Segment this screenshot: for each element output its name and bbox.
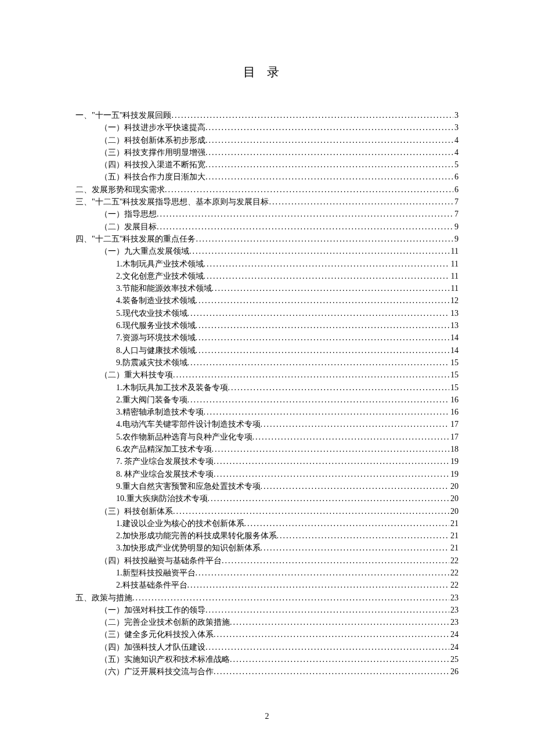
toc-entry-label: 1.新型科技投融资平台 xyxy=(116,567,196,579)
toc-entry-page: 23 xyxy=(449,592,459,604)
toc-entry-page: 3 xyxy=(453,121,459,134)
toc-leader-dots xyxy=(157,221,453,233)
toc-entry: 3.加快形成产业优势明显的知识创新体系21 xyxy=(75,542,459,554)
toc-entry: 2.文化创意产业技术领域11 xyxy=(75,270,459,282)
toc-leader-dots xyxy=(204,406,450,418)
toc-entry-page: 16 xyxy=(449,406,459,418)
toc-entry-page: 14 xyxy=(449,332,459,344)
toc-leader-dots xyxy=(132,592,449,604)
toc-entry-page: 21 xyxy=(449,517,459,530)
toc-leader-dots xyxy=(205,604,449,616)
toc-entry-page: 17 xyxy=(449,431,459,443)
toc-entry-label: 3.精密轴承制造技术专项 xyxy=(116,406,204,418)
toc-entry-label: 二、发展形势和现实需求 xyxy=(75,183,165,196)
toc-entry-label: 三、"十二五"科技发展指导思想、基本原则与发展目标 xyxy=(75,196,269,208)
toc-entry: （五）科技合作力度日渐加大6 xyxy=(75,171,459,183)
toc-leader-dots xyxy=(205,641,449,653)
toc-entry-label: 7.资源与环境技术领域 xyxy=(116,332,196,344)
toc-entry: （四）科技投入渠道不断拓宽5 xyxy=(75,159,459,171)
toc-leader-dots xyxy=(196,332,450,344)
toc-entry-page: 13 xyxy=(449,319,459,332)
toc-entry-page: 15 xyxy=(449,381,459,394)
toc-entry-page: 4 xyxy=(453,134,459,146)
toc-leader-dots xyxy=(189,245,450,257)
toc-entry-page: 24 xyxy=(449,628,459,640)
toc-entry-label: 1.建设以企业为核心的技术创新体系 xyxy=(116,517,244,530)
toc-leader-dots xyxy=(205,146,453,159)
toc-entry: 4.装备制造业技术领域12 xyxy=(75,294,459,307)
toc-entry-label: （四）加强科技人才队伍建设 xyxy=(100,641,205,653)
toc-entry-page: 23 xyxy=(449,616,459,628)
page-title: 目录 xyxy=(75,64,459,80)
toc-entry: 1.建设以企业为核心的技术创新体系21 xyxy=(75,517,459,530)
toc-entry-label: （五）实施知识产权和技术标准战略 xyxy=(100,653,230,665)
toc-entry-page: 20 xyxy=(449,505,459,517)
toc-entry: 10.重大疾病防治技术专项20 xyxy=(75,492,459,505)
toc-entry-label: 6.现代服务业技术领域 xyxy=(116,319,196,332)
toc-entry-page: 12 xyxy=(449,294,459,307)
toc-entry-page: 15 xyxy=(449,369,459,381)
toc-entry-page: 19 xyxy=(449,468,459,480)
toc-entry: 6.农产品精深加工技术专项18 xyxy=(75,443,459,455)
toc-entry: 五、政策与措施23 xyxy=(75,592,459,604)
toc-entry-label: 5.现代农业技术领域 xyxy=(116,307,187,319)
toc-leader-dots xyxy=(205,121,453,134)
toc-leader-dots xyxy=(252,431,450,443)
toc-entry-label: （二）完善企业技术创新的政策措施 xyxy=(100,616,230,628)
toc-leader-dots xyxy=(196,319,450,332)
toc-entry-label: 四、"十二五"科技发展的重点任务 xyxy=(75,233,196,245)
toc-entry-label: 2.加快形成功能完善的科技成果转化服务体系 xyxy=(116,530,277,542)
toc-leader-dots xyxy=(196,294,450,307)
toc-entry: 8. 林产业综合发展技术专项19 xyxy=(75,468,459,480)
toc-leader-dots xyxy=(261,480,450,492)
toc-entry: （一）九大重点发展领域11 xyxy=(75,245,459,257)
toc-entry-label: 6.农产品精深加工技术专项 xyxy=(116,443,212,455)
toc-leader-dots xyxy=(212,282,450,294)
toc-leader-dots xyxy=(261,542,450,554)
toc-entry: （二）重大科技专项15 xyxy=(75,369,459,381)
toc-entry: （一）科技进步水平快速提高3 xyxy=(75,121,459,134)
toc-entry: 8.人口与健康技术领域14 xyxy=(75,344,459,357)
toc-entry-page: 14 xyxy=(449,344,459,357)
toc-entry-label: （一）九大重点发展领域 xyxy=(100,245,189,257)
toc-entry-label: 2.重大阀门装备专项 xyxy=(116,394,187,406)
toc-entry: 9.防震减灾技术领域15 xyxy=(75,357,459,369)
toc-entry-label: （三）科技创新体系 xyxy=(100,505,173,517)
toc-entry-page: 25 xyxy=(449,653,459,665)
toc-leader-dots xyxy=(244,517,450,530)
toc-leader-dots xyxy=(230,616,449,628)
toc-entry-label: 5.农作物新品种选育与良种产业化专项 xyxy=(116,431,252,443)
toc-entry-page: 26 xyxy=(449,665,459,678)
toc-entry: 7. 茶产业综合发展技术专项19 xyxy=(75,455,459,467)
toc-entry-label: （三）健全多元化科技投入体系 xyxy=(100,628,214,640)
toc-entry: 四、"十二五"科技发展的重点任务9 xyxy=(75,233,459,245)
toc-leader-dots xyxy=(173,369,449,381)
toc-entry-label: （二）重大科技专项 xyxy=(100,369,173,381)
toc-leader-dots xyxy=(157,208,453,220)
toc-entry-label: （四）科技投融资与基础条件平台 xyxy=(100,555,222,567)
toc-entry-page: 11 xyxy=(450,282,459,294)
toc-leader-dots xyxy=(214,628,449,640)
toc-leader-dots xyxy=(187,579,450,591)
toc-entry-label: （二）发展目标 xyxy=(100,221,157,233)
toc-leader-dots xyxy=(187,357,450,369)
toc-entry-label: 8.人口与健康技术领域 xyxy=(116,344,196,357)
toc-entry-page: 7 xyxy=(453,196,459,208)
toc-leader-dots xyxy=(214,665,449,678)
toc-entry: （三）科技支撑作用明显增强4 xyxy=(75,146,459,159)
toc-entry-page: 13 xyxy=(449,307,459,319)
toc-leader-dots xyxy=(205,159,453,171)
toc-entry-page: 17 xyxy=(449,418,459,430)
toc-entry: 3.精密轴承制造技术专项16 xyxy=(75,406,459,418)
toc-entry-page: 22 xyxy=(449,567,459,579)
toc-entry-label: 1.木制玩具加工技术及装备专项 xyxy=(116,381,228,394)
toc-entry-page: 5 xyxy=(453,159,459,171)
toc-leader-dots xyxy=(204,258,450,270)
toc-entry-label: 2.科技基础条件平台 xyxy=(116,579,187,591)
toc-entry-page: 21 xyxy=(449,542,459,554)
toc-entry-page: 9 xyxy=(453,221,459,233)
page-number: 2 xyxy=(0,712,534,721)
toc-entry-label: 1.木制玩具产业技术领域 xyxy=(116,258,204,270)
toc-entry-page: 6 xyxy=(453,171,459,183)
toc-entry-page: 23 xyxy=(449,604,459,616)
